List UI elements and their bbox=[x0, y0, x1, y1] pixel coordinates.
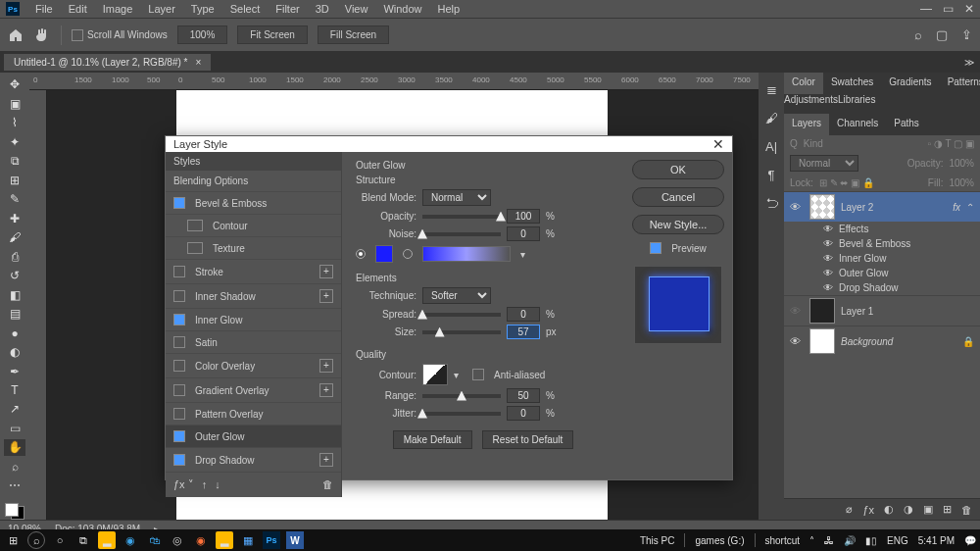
visibility-icon[interactable]: 👁 bbox=[823, 282, 833, 293]
firefox-icon[interactable]: ◉ bbox=[192, 531, 210, 549]
pen-tool-icon[interactable]: ✒ bbox=[4, 363, 25, 378]
taskview-icon[interactable]: ⧉ bbox=[74, 531, 92, 549]
document-tab[interactable]: Untitled-1 @ 10.1% (Layer 2, RGB/8#) * × bbox=[4, 54, 211, 71]
size-slider[interactable] bbox=[422, 330, 501, 334]
menu-edit[interactable]: Edit bbox=[61, 3, 95, 15]
share-icon[interactable]: ⇪ bbox=[961, 27, 972, 42]
visibility-icon[interactable]: 👁 bbox=[790, 335, 804, 347]
folder-icon[interactable]: ▂ bbox=[216, 531, 233, 549]
preview-checkbox[interactable] bbox=[650, 242, 662, 254]
opacity-input[interactable] bbox=[507, 209, 540, 224]
style-satin[interactable]: Satin bbox=[166, 331, 341, 354]
scroll-all-checkbox[interactable]: Scroll All Windows bbox=[72, 29, 168, 41]
link-icon[interactable]: ⌀ bbox=[846, 503, 853, 516]
patterns-panel-tab[interactable]: Patterns bbox=[940, 73, 980, 94]
swatches-panel-tab[interactable]: Swatches bbox=[823, 73, 881, 94]
ok-button[interactable]: OK bbox=[632, 160, 724, 179]
blur-tool-icon[interactable]: ● bbox=[4, 325, 25, 340]
move-tool-icon[interactable]: ✥ bbox=[4, 76, 25, 92]
contour-picker[interactable] bbox=[422, 364, 448, 385]
dialog-close-icon[interactable]: ✕ bbox=[712, 136, 724, 152]
gradient-radio[interactable] bbox=[403, 249, 413, 259]
fx-menu-icon[interactable]: ƒx ˅ bbox=[173, 478, 194, 491]
visibility-icon[interactable]: 👁 bbox=[823, 238, 833, 249]
cortana-icon[interactable]: ○ bbox=[51, 531, 69, 549]
tray-expand-icon[interactable]: ˄ bbox=[809, 535, 814, 546]
gradient-dropdown-icon[interactable]: ▾ bbox=[520, 249, 525, 260]
history-panel-icon[interactable]: ≣ bbox=[766, 82, 777, 97]
noise-input[interactable] bbox=[507, 226, 540, 241]
menu-select[interactable]: Select bbox=[222, 3, 269, 15]
visibility-icon[interactable]: 👁 bbox=[823, 253, 833, 264]
clock[interactable]: 5:41 PM bbox=[918, 535, 955, 546]
close-tab-icon[interactable]: × bbox=[195, 57, 201, 68]
move-up-icon[interactable]: ↑ bbox=[202, 478, 208, 491]
layer-thumbnail[interactable] bbox=[809, 328, 835, 354]
style-gradient-overlay[interactable]: Gradient Overlay+ bbox=[166, 378, 341, 403]
jitter-input[interactable] bbox=[507, 406, 540, 421]
menu-layer[interactable]: Layer bbox=[140, 3, 183, 15]
make-default-button[interactable]: Make Default bbox=[393, 430, 472, 449]
opacity-slider[interactable] bbox=[422, 215, 501, 219]
add-icon[interactable]: + bbox=[319, 383, 333, 397]
fit-screen-button[interactable]: Fit Screen bbox=[237, 25, 308, 44]
wand-tool-icon[interactable]: ✦ bbox=[4, 133, 25, 149]
add-icon[interactable]: + bbox=[319, 453, 333, 467]
zoom-tool-icon[interactable]: ⌕ bbox=[4, 459, 25, 475]
collapse-icon[interactable]: ⌃ bbox=[966, 202, 974, 213]
minimize-icon[interactable]: — bbox=[915, 2, 937, 16]
delete-icon[interactable]: 🗑 bbox=[961, 504, 972, 516]
paragraph-panel-icon[interactable]: ¶ bbox=[768, 168, 775, 182]
add-icon[interactable]: + bbox=[319, 359, 333, 373]
crop-tool-icon[interactable]: ⧉ bbox=[4, 153, 25, 169]
taskbar-folder-thispc[interactable]: This PC bbox=[640, 535, 675, 546]
taskbar-folder-shortcut[interactable]: shortcut bbox=[765, 535, 801, 546]
style-contour[interactable]: Contour bbox=[166, 215, 341, 237]
add-icon[interactable]: + bbox=[319, 265, 333, 278]
style-drop-shadow[interactable]: Drop Shadow+ bbox=[166, 448, 341, 473]
word-taskbar-icon[interactable]: W bbox=[286, 531, 304, 549]
path-tool-icon[interactable]: ↗ bbox=[4, 401, 25, 417]
range-input[interactable] bbox=[507, 388, 540, 403]
kind-filter[interactable]: Kind bbox=[804, 138, 823, 149]
adjustment-icon[interactable]: ◑ bbox=[904, 503, 913, 516]
jitter-slider[interactable] bbox=[422, 412, 501, 416]
mask-icon[interactable]: ◐ bbox=[884, 503, 894, 516]
edge-icon[interactable]: ◉ bbox=[122, 531, 139, 549]
menu-file[interactable]: File bbox=[27, 3, 61, 15]
layer-thumbnail[interactable] bbox=[809, 298, 835, 324]
history-brush-tool-icon[interactable]: ↺ bbox=[4, 268, 25, 283]
layers-panel-tab[interactable]: Layers bbox=[784, 114, 829, 135]
network-icon[interactable]: 🖧 bbox=[824, 535, 834, 546]
style-texture[interactable]: Texture bbox=[166, 237, 341, 260]
search-icon[interactable]: ⌕ bbox=[914, 27, 922, 42]
noise-slider[interactable] bbox=[422, 232, 501, 236]
dodge-tool-icon[interactable]: ◐ bbox=[4, 344, 25, 360]
dialog-titlebar[interactable]: Layer Style ✕ bbox=[166, 136, 732, 152]
edit-toolbar-icon[interactable]: ⋯ bbox=[4, 477, 25, 493]
opacity-value[interactable]: 100% bbox=[949, 158, 974, 169]
glow-color-swatch[interactable] bbox=[375, 245, 393, 263]
style-bevel-emboss[interactable]: Bevel & Emboss bbox=[166, 192, 341, 215]
reset-default-button[interactable]: Reset to Default bbox=[482, 430, 574, 449]
gradients-panel-tab[interactable]: Gradients bbox=[881, 73, 939, 94]
range-slider[interactable] bbox=[422, 394, 501, 398]
taskbar-folder-games[interactable]: games (G:) bbox=[695, 535, 744, 546]
restore-icon[interactable]: ▭ bbox=[937, 2, 958, 16]
tab-overflow-icon[interactable]: ≫ bbox=[964, 57, 980, 68]
menu-type[interactable]: Type bbox=[183, 3, 222, 15]
brush-tool-icon[interactable]: 🖌 bbox=[4, 229, 25, 245]
size-input[interactable] bbox=[507, 325, 540, 339]
visibility-icon[interactable]: 👁 bbox=[823, 224, 833, 234]
anti-aliased-checkbox[interactable] bbox=[472, 369, 484, 380]
notifications-icon[interactable]: 💬 bbox=[964, 535, 976, 546]
solid-color-radio[interactable] bbox=[356, 249, 366, 259]
new-style-button[interactable]: New Style... bbox=[632, 215, 724, 234]
sound-icon[interactable]: 🔊 bbox=[844, 535, 856, 546]
blend-mode-select[interactable]: Normal bbox=[422, 189, 491, 206]
menu-help[interactable]: Help bbox=[430, 3, 468, 15]
store-icon[interactable]: 🛍 bbox=[145, 531, 163, 549]
technique-select[interactable]: Softer bbox=[422, 287, 491, 304]
visibility-icon[interactable]: 👁 bbox=[790, 201, 804, 213]
gradient-picker[interactable] bbox=[422, 246, 511, 262]
